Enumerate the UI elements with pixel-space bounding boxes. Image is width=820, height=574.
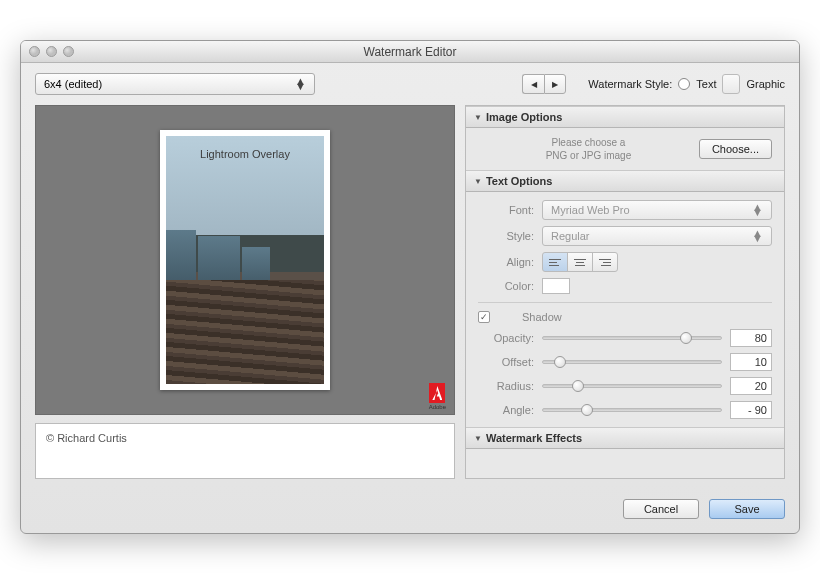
updown-icon: ▲▼ xyxy=(295,79,306,89)
watermark-effects-header[interactable]: ▼ Watermark Effects xyxy=(466,427,784,449)
watermark-editor-window: Watermark Editor 6x4 (edited) ▲▼ ◀ ▶ Wat… xyxy=(20,40,800,534)
toolbar: 6x4 (edited) ▲▼ ◀ ▶ Watermark Style: Tex… xyxy=(21,63,799,105)
color-swatch[interactable] xyxy=(542,278,570,294)
caption-input[interactable]: © Richard Curtis xyxy=(35,423,455,479)
style-label: Watermark Style: xyxy=(588,78,672,90)
radius-label: Radius: xyxy=(478,380,534,392)
shadow-checkbox[interactable]: ✓ xyxy=(478,311,490,323)
offset-slider[interactable] xyxy=(542,355,722,369)
adobe-badge: Adobe xyxy=(429,383,446,410)
divider xyxy=(478,302,772,303)
content: Lightroom Overlay Adobe © Richard Curtis… xyxy=(21,105,799,489)
shadow-label: Shadow xyxy=(522,311,562,323)
angle-slider[interactable] xyxy=(542,403,722,417)
preview-nav: ◀ ▶ xyxy=(522,74,566,94)
image-options-body: Please choose a PNG or JPG image Choose.… xyxy=(466,128,784,170)
disclosure-icon: ▼ xyxy=(474,113,482,122)
text-options-header[interactable]: ▼ Text Options xyxy=(466,170,784,192)
text-options-title: Text Options xyxy=(486,175,552,187)
zoom-icon[interactable] xyxy=(63,46,74,57)
color-label: Color: xyxy=(478,280,534,292)
radius-value[interactable]: 20 xyxy=(730,377,772,395)
align-right-button[interactable] xyxy=(592,252,618,272)
preview-page: Lightroom Overlay Adobe xyxy=(160,130,330,390)
preset-select[interactable]: 6x4 (edited) ▲▼ xyxy=(35,73,315,95)
watermark-overlay-text: Lightroom Overlay xyxy=(166,148,324,160)
image-options-title: Image Options xyxy=(486,111,562,123)
choose-image-button[interactable]: Choose... xyxy=(699,139,772,159)
image-options-header[interactable]: ▼ Image Options xyxy=(466,106,784,128)
close-icon[interactable] xyxy=(29,46,40,57)
radio-text[interactable] xyxy=(678,78,690,90)
opacity-value[interactable]: 80 xyxy=(730,329,772,347)
minimize-icon[interactable] xyxy=(46,46,57,57)
watermark-effects-title: Watermark Effects xyxy=(486,432,582,444)
disclosure-icon: ▼ xyxy=(474,177,482,186)
font-style-select[interactable]: Regular ▲▼ xyxy=(542,226,772,246)
align-left-button[interactable] xyxy=(542,252,568,272)
font-select[interactable]: Myriad Web Pro ▲▼ xyxy=(542,200,772,220)
font-label: Font: xyxy=(478,204,534,216)
disclosure-icon: ▼ xyxy=(474,434,482,443)
opacity-slider[interactable] xyxy=(542,331,722,345)
adobe-brand-text: Adobe xyxy=(429,404,446,410)
font-style-value: Regular xyxy=(551,230,590,242)
angle-value[interactable]: - 90 xyxy=(730,401,772,419)
window-title: Watermark Editor xyxy=(364,45,457,59)
footer: Cancel Save xyxy=(21,489,799,533)
save-button[interactable]: Save xyxy=(709,499,785,519)
offset-value[interactable]: 10 xyxy=(730,353,772,371)
align-group xyxy=(542,252,618,272)
adobe-logo-icon xyxy=(429,383,445,403)
align-center-button[interactable] xyxy=(567,252,593,272)
radio-graphic-label: Graphic xyxy=(746,78,785,90)
offset-label: Offset: xyxy=(478,356,534,368)
text-options-body: Font: Myriad Web Pro ▲▼ Style: Regular ▲… xyxy=(466,192,784,427)
radius-slider[interactable] xyxy=(542,379,722,393)
options-panel: ▼ Image Options Please choose a PNG or J… xyxy=(465,105,785,479)
next-button[interactable]: ▶ xyxy=(544,74,566,94)
style-field-label: Style: xyxy=(478,230,534,242)
titlebar: Watermark Editor xyxy=(21,41,799,63)
cancel-button[interactable]: Cancel xyxy=(623,499,699,519)
window-controls xyxy=(29,46,74,57)
left-pane: Lightroom Overlay Adobe © Richard Curtis xyxy=(35,105,455,479)
watermark-style-group: Watermark Style: Text Graphic xyxy=(588,74,785,94)
image-hint: Please choose a PNG or JPG image xyxy=(478,136,699,162)
opacity-label: Opacity: xyxy=(478,332,534,344)
updown-icon: ▲▼ xyxy=(752,231,763,241)
font-value: Myriad Web Pro xyxy=(551,204,630,216)
preview-photo: Lightroom Overlay xyxy=(166,136,324,384)
align-label: Align: xyxy=(478,256,534,268)
radio-graphic[interactable] xyxy=(722,74,740,94)
prev-button[interactable]: ◀ xyxy=(522,74,544,94)
updown-icon: ▲▼ xyxy=(752,205,763,215)
preset-label: 6x4 (edited) xyxy=(44,78,102,90)
angle-label: Angle: xyxy=(478,404,534,416)
preview-area: Lightroom Overlay Adobe xyxy=(35,105,455,415)
radio-text-label: Text xyxy=(696,78,716,90)
